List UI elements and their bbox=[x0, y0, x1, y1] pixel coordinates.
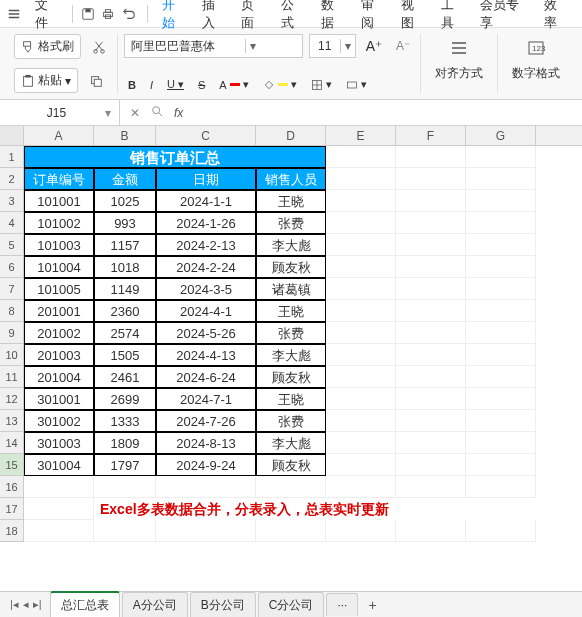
hamburger-icon[interactable] bbox=[6, 5, 23, 23]
cell[interactable]: 2574 bbox=[94, 322, 156, 344]
row-header[interactable]: 3 bbox=[0, 190, 24, 212]
cell[interactable] bbox=[326, 146, 396, 168]
bold-button[interactable]: B bbox=[124, 77, 140, 93]
cell[interactable]: 201002 bbox=[24, 322, 94, 344]
cell[interactable] bbox=[326, 410, 396, 432]
cell[interactable]: 101002 bbox=[24, 212, 94, 234]
menu-data[interactable]: 数据 bbox=[313, 0, 353, 36]
paste-button[interactable]: 粘贴 ▾ bbox=[14, 68, 78, 93]
cell[interactable] bbox=[466, 432, 536, 454]
cell[interactable]: 301004 bbox=[24, 454, 94, 476]
undo-icon[interactable] bbox=[120, 5, 137, 23]
table-title[interactable]: 销售订单汇总 bbox=[24, 146, 326, 168]
cell[interactable]: 201004 bbox=[24, 366, 94, 388]
menu-review[interactable]: 审阅 bbox=[353, 0, 393, 36]
increase-font-button[interactable]: A⁺ bbox=[362, 36, 386, 56]
menu-view[interactable]: 视图 bbox=[393, 0, 433, 36]
cell[interactable] bbox=[326, 234, 396, 256]
cell[interactable] bbox=[326, 212, 396, 234]
cell[interactable]: 2024-6-24 bbox=[156, 366, 256, 388]
cell[interactable] bbox=[396, 476, 466, 498]
cell[interactable] bbox=[466, 322, 536, 344]
col-header-A[interactable]: A bbox=[24, 126, 94, 145]
font-color-button[interactable]: A ▾ bbox=[215, 76, 252, 93]
cell[interactable]: 993 bbox=[94, 212, 156, 234]
cell[interactable] bbox=[396, 212, 466, 234]
cell[interactable]: 李大彪 bbox=[256, 432, 326, 454]
row-header[interactable]: 6 bbox=[0, 256, 24, 278]
cell[interactable]: 101003 bbox=[24, 234, 94, 256]
cell[interactable]: 2024-1-26 bbox=[156, 212, 256, 234]
cell[interactable] bbox=[156, 520, 256, 542]
cell[interactable] bbox=[396, 344, 466, 366]
cell[interactable] bbox=[396, 168, 466, 190]
print-icon[interactable] bbox=[100, 5, 117, 23]
cell[interactable] bbox=[466, 190, 536, 212]
cell[interactable] bbox=[466, 388, 536, 410]
cell[interactable] bbox=[326, 322, 396, 344]
row-header[interactable]: 11 bbox=[0, 366, 24, 388]
cell[interactable]: 王晓 bbox=[256, 388, 326, 410]
cell[interactable] bbox=[256, 520, 326, 542]
add-sheet-button[interactable]: + bbox=[360, 595, 384, 615]
cell[interactable]: 1505 bbox=[94, 344, 156, 366]
row-header[interactable]: 1 bbox=[0, 146, 24, 168]
row-header[interactable]: 7 bbox=[0, 278, 24, 300]
row-header[interactable]: 4 bbox=[0, 212, 24, 234]
cell[interactable] bbox=[466, 146, 536, 168]
cell[interactable] bbox=[466, 454, 536, 476]
cell[interactable]: 顾友秋 bbox=[256, 454, 326, 476]
cell[interactable]: 2024-5-26 bbox=[156, 322, 256, 344]
cell[interactable] bbox=[396, 410, 466, 432]
cell[interactable] bbox=[24, 520, 94, 542]
cell[interactable]: 2024-1-1 bbox=[156, 190, 256, 212]
cell[interactable]: 王晓 bbox=[256, 190, 326, 212]
cell[interactable] bbox=[466, 256, 536, 278]
cell[interactable]: 李大彪 bbox=[256, 234, 326, 256]
row-header[interactable]: 9 bbox=[0, 322, 24, 344]
cell[interactable] bbox=[24, 476, 94, 498]
format-painter-button[interactable]: 格式刷 bbox=[14, 34, 81, 59]
fill-color-button[interactable]: ▾ bbox=[259, 76, 301, 93]
italic-button[interactable]: I bbox=[146, 77, 157, 93]
cell[interactable] bbox=[94, 520, 156, 542]
fx-label[interactable]: fx bbox=[174, 106, 183, 120]
cell[interactable] bbox=[466, 212, 536, 234]
decrease-font-button[interactable]: A⁻ bbox=[392, 37, 414, 55]
cell[interactable]: 1025 bbox=[94, 190, 156, 212]
cell[interactable]: 张费 bbox=[256, 322, 326, 344]
cell[interactable] bbox=[466, 344, 536, 366]
row-header[interactable]: 10 bbox=[0, 344, 24, 366]
row-header[interactable]: 15 bbox=[0, 454, 24, 476]
cell[interactable]: 2360 bbox=[94, 300, 156, 322]
cell[interactable]: 1018 bbox=[94, 256, 156, 278]
cell[interactable] bbox=[466, 520, 536, 542]
cell[interactable] bbox=[396, 300, 466, 322]
save-icon[interactable] bbox=[79, 5, 96, 23]
strike-button[interactable]: S bbox=[194, 77, 209, 93]
row-header[interactable]: 5 bbox=[0, 234, 24, 256]
table-header[interactable]: 日期 bbox=[156, 168, 256, 190]
cell[interactable]: 1797 bbox=[94, 454, 156, 476]
cell[interactable] bbox=[396, 388, 466, 410]
cell[interactable]: 101005 bbox=[24, 278, 94, 300]
menu-member[interactable]: 会员专享 bbox=[472, 0, 536, 36]
cell[interactable] bbox=[396, 190, 466, 212]
cell[interactable] bbox=[396, 234, 466, 256]
menu-tools[interactable]: 工具 bbox=[433, 0, 473, 36]
cell[interactable]: 2024-3-5 bbox=[156, 278, 256, 300]
cell[interactable] bbox=[396, 454, 466, 476]
col-header-C[interactable]: C bbox=[156, 126, 256, 145]
cell[interactable]: 2024-4-1 bbox=[156, 300, 256, 322]
alignment-button[interactable]: 对齐方式 bbox=[427, 34, 491, 86]
cell[interactable]: 2024-2-24 bbox=[156, 256, 256, 278]
menu-start[interactable]: 开始 bbox=[154, 0, 194, 36]
col-header-B[interactable]: B bbox=[94, 126, 156, 145]
table-header[interactable]: 金额 bbox=[94, 168, 156, 190]
tab-next-icon[interactable]: ▸| bbox=[33, 598, 42, 611]
tab-prev-icon[interactable]: ◂ bbox=[23, 598, 29, 611]
note-text[interactable]: Excel多表数据合并，分表录入，总表实时更新 bbox=[94, 498, 534, 520]
cell[interactable] bbox=[396, 256, 466, 278]
cell[interactable] bbox=[94, 476, 156, 498]
menu-file[interactable]: 文件 bbox=[27, 0, 67, 36]
